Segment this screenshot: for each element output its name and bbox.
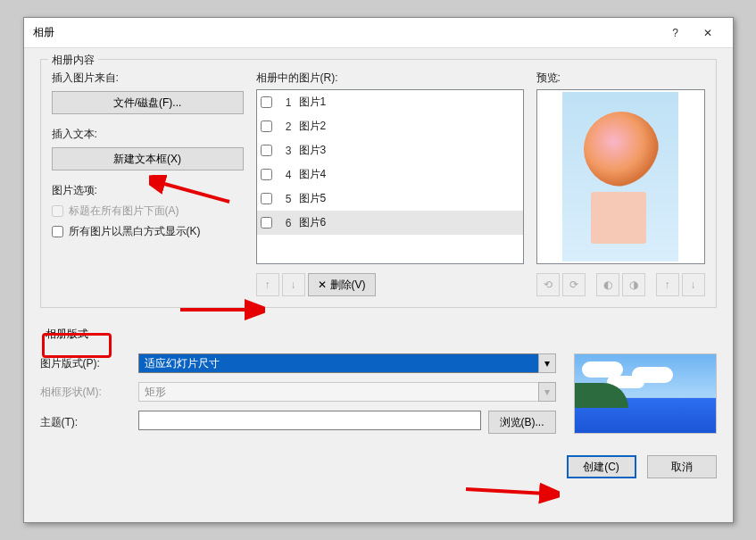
list-item[interactable]: 6图片6: [257, 211, 523, 235]
preview-column: 预览: ⟲ ⟳ ◐ ◑ ↑ ↓: [536, 69, 705, 296]
dialog-footer: 创建(C) 取消: [40, 455, 717, 478]
list-item-name: 图片2: [299, 119, 519, 134]
photo-album-dialog: 相册 ? ✕ 相册内容 插入图片来自: 文件/磁盘(F)... 插入文本: 新建…: [23, 17, 734, 523]
close-icon: ✕: [703, 27, 712, 39]
frame-shape-combo: 矩形 ▾: [138, 382, 556, 402]
list-item[interactable]: 1图片1: [257, 90, 523, 114]
list-item-checkbox[interactable]: [261, 193, 272, 204]
all-bw-checkbox[interactable]: 所有图片以黑白方式显示(K): [52, 224, 244, 239]
rotate-right-button: ⟳: [562, 273, 586, 296]
move-up-button: ↑: [256, 273, 279, 296]
chevron-down-icon: ▾: [538, 382, 556, 402]
album-content-legend: 相册内容: [48, 53, 98, 68]
caption-below-input: [52, 205, 63, 217]
list-item-number: 1: [279, 96, 292, 109]
list-column: 相册中的图片(R): 1图片12图片23图片34图片45图片56图片6 ↑ ↓ …: [256, 69, 524, 296]
list-item-name: 图片1: [299, 95, 519, 110]
preview-image: [562, 92, 678, 262]
caption-below-checkbox: 标题在所有图片下面(A): [52, 204, 244, 219]
list-item-name: 图片6: [299, 215, 519, 230]
cancel-button[interactable]: 取消: [647, 455, 717, 478]
help-button[interactable]: ?: [660, 21, 692, 45]
content-row: 插入图片来自: 文件/磁盘(F)... 插入文本: 新建文本框(X) 图片选项:…: [52, 69, 705, 296]
list-item-checkbox[interactable]: [261, 145, 272, 156]
brightness-up-icon: ↑: [665, 278, 670, 291]
dialog-title: 相册: [33, 25, 660, 40]
move-down-button: ↓: [282, 273, 305, 296]
layout-thumbnail: [574, 353, 717, 434]
all-bw-input[interactable]: [52, 226, 63, 237]
album-layout-heading: 相册版式: [40, 324, 94, 345]
list-item-number: 2: [279, 120, 292, 133]
x-icon: ✕: [318, 278, 327, 291]
list-item-checkbox[interactable]: [261, 169, 272, 180]
theme-input[interactable]: [138, 411, 481, 430]
list-item-name: 图片3: [299, 143, 519, 158]
list-item-checkbox[interactable]: [261, 217, 272, 228]
list-item-checkbox[interactable]: [261, 120, 272, 132]
list-item-name: 图片4: [299, 167, 519, 182]
list-toolstrip: ↑ ↓ ✕ 删除(V): [256, 273, 524, 296]
picture-layout-value: 适应幻灯片尺寸: [138, 353, 538, 373]
pictures-listbox[interactable]: 1图片12图片23图片34图片45图片56图片6: [256, 89, 524, 264]
pictures-in-album-label: 相册中的图片(R):: [256, 71, 524, 86]
frame-shape-value: 矩形: [138, 382, 538, 402]
arrow-down-icon: ↓: [291, 278, 296, 291]
brightness-up-button: ↑: [656, 273, 679, 296]
list-item[interactable]: 3图片3: [257, 138, 523, 162]
rotate-left-icon: ⟲: [544, 278, 552, 291]
list-item-number: 4: [279, 169, 292, 181]
picture-layout-label: 图片版式(P):: [40, 356, 129, 371]
preview-label: 预览:: [536, 71, 705, 86]
frame-shape-label: 相框形状(M):: [40, 385, 129, 400]
picture-layout-combo[interactable]: 适应幻灯片尺寸 ▾: [138, 353, 556, 373]
contrast-up-button: ◐: [596, 273, 619, 296]
contrast-down-button: ◑: [622, 273, 645, 296]
list-item-number: 3: [279, 145, 292, 157]
contrast-up-icon: ◐: [603, 278, 612, 291]
brightness-down-button: ↓: [682, 273, 705, 296]
arrow-up-icon: ↑: [265, 278, 270, 291]
list-item-number: 6: [279, 217, 292, 229]
rotate-right-icon: ⟳: [569, 278, 578, 291]
preview-toolstrip: ⟲ ⟳ ◐ ◑ ↑ ↓: [536, 273, 705, 296]
brightness-down-icon: ↓: [691, 278, 696, 291]
new-textbox-button[interactable]: 新建文本框(X): [52, 147, 244, 170]
browse-button[interactable]: 浏览(B)...: [488, 411, 556, 434]
list-item-number: 5: [279, 193, 292, 205]
list-item[interactable]: 5图片5: [257, 187, 523, 211]
theme-label: 主题(T):: [40, 415, 129, 430]
close-button[interactable]: ✕: [692, 21, 724, 45]
insert-column: 插入图片来自: 文件/磁盘(F)... 插入文本: 新建文本框(X) 图片选项:…: [52, 69, 244, 296]
picture-options-label: 图片选项:: [52, 183, 244, 198]
dialog-body: 相册内容 插入图片来自: 文件/磁盘(F)... 插入文本: 新建文本框(X) …: [24, 48, 733, 494]
chevron-down-icon[interactable]: ▾: [538, 353, 556, 373]
preview-pane: [536, 89, 705, 264]
theme-row: 浏览(B)...: [138, 411, 556, 434]
create-button[interactable]: 创建(C): [567, 455, 636, 478]
remove-button[interactable]: ✕ 删除(V): [308, 273, 376, 296]
layout-grid: 图片版式(P): 适应幻灯片尺寸 ▾ 相框形状(M): 矩形 ▾ 主题(T): …: [40, 353, 717, 434]
help-icon: ?: [672, 27, 678, 39]
list-item[interactable]: 4图片4: [257, 162, 523, 187]
list-item[interactable]: 2图片2: [257, 114, 523, 138]
list-item-name: 图片5: [299, 191, 519, 206]
titlebar: 相册 ? ✕: [24, 18, 733, 48]
album-content-group: 相册内容 插入图片来自: 文件/磁盘(F)... 插入文本: 新建文本框(X) …: [40, 59, 717, 308]
insert-text-label: 插入文本:: [52, 127, 244, 142]
rotate-left-button: ⟲: [536, 273, 560, 296]
insert-from-label: 插入图片来自:: [52, 71, 244, 86]
list-item-checkbox[interactable]: [261, 96, 272, 108]
contrast-down-icon: ◑: [629, 278, 638, 291]
file-disk-button[interactable]: 文件/磁盘(F)...: [52, 91, 244, 114]
